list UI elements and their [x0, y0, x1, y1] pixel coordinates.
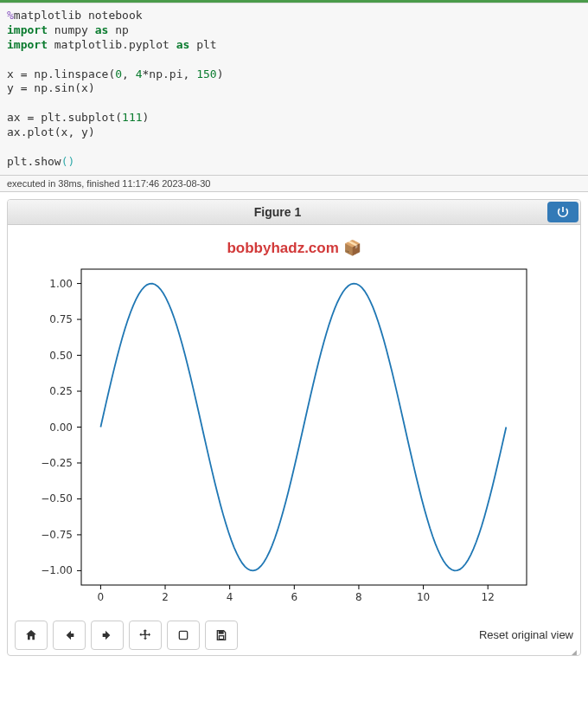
pan-button[interactable] [129, 621, 162, 650]
plot-svg: 024681012−1.00−0.75−0.50−0.250.000.250.5… [16, 260, 553, 615]
figure-header: Figure 1 [8, 200, 580, 225]
svg-text:4: 4 [227, 591, 233, 603]
forward-button[interactable] [91, 621, 124, 650]
svg-text:0.25: 0.25 [49, 385, 73, 397]
svg-text:−0.25: −0.25 [41, 457, 73, 469]
figure-container: Figure 1 bobbyhadz.com 📦 024681012−1.00−… [7, 199, 581, 656]
svg-text:−1.00: −1.00 [41, 564, 73, 576]
power-icon [556, 205, 570, 219]
svg-text:10: 10 [417, 591, 430, 603]
watermark-text: bobbyhadz.com [227, 240, 338, 256]
back-button[interactable] [53, 621, 86, 650]
arrow-left-icon [62, 628, 76, 642]
svg-text:1.00: 1.00 [49, 277, 73, 289]
box-icon: 📦 [343, 240, 361, 256]
figure-canvas[interactable]: bobbyhadz.com 📦 024681012−1.00−0.75−0.50… [8, 225, 580, 615]
svg-text:0.50: 0.50 [49, 349, 73, 361]
svg-text:2: 2 [162, 591, 169, 603]
svg-text:6: 6 [291, 591, 297, 603]
save-button[interactable] [205, 621, 238, 650]
svg-rect-35 [219, 635, 223, 639]
stop-interaction-button[interactable] [547, 202, 578, 222]
move-icon [138, 628, 152, 642]
figure-title: Figure 1 [8, 200, 547, 224]
home-button[interactable] [15, 621, 48, 650]
save-icon [214, 628, 228, 642]
toolbar-status: Reset original view [479, 628, 573, 641]
execution-info: executed in 38ms, finished 11:17:46 2023… [0, 175, 588, 192]
home-icon [24, 628, 38, 642]
watermark: bobbyhadz.com 📦 [16, 234, 572, 260]
zoom-button[interactable] [167, 621, 200, 650]
svg-text:8: 8 [355, 591, 362, 603]
code-cell[interactable]: %matplotlib notebook import numpy as np … [0, 3, 588, 175]
resize-handle[interactable]: ◢ [8, 648, 580, 655]
svg-text:0.75: 0.75 [49, 313, 73, 325]
output-area: Figure 1 bobbyhadz.com 📦 024681012−1.00−… [0, 192, 588, 663]
svg-rect-33 [179, 631, 187, 639]
zoom-rect-icon [176, 628, 190, 642]
svg-rect-34 [219, 630, 223, 633]
svg-text:0.00: 0.00 [49, 421, 73, 433]
svg-text:−0.50: −0.50 [41, 492, 73, 505]
svg-text:12: 12 [482, 591, 495, 603]
svg-text:0: 0 [98, 591, 105, 603]
arrow-right-icon [100, 628, 114, 642]
svg-text:−0.75: −0.75 [41, 529, 73, 541]
